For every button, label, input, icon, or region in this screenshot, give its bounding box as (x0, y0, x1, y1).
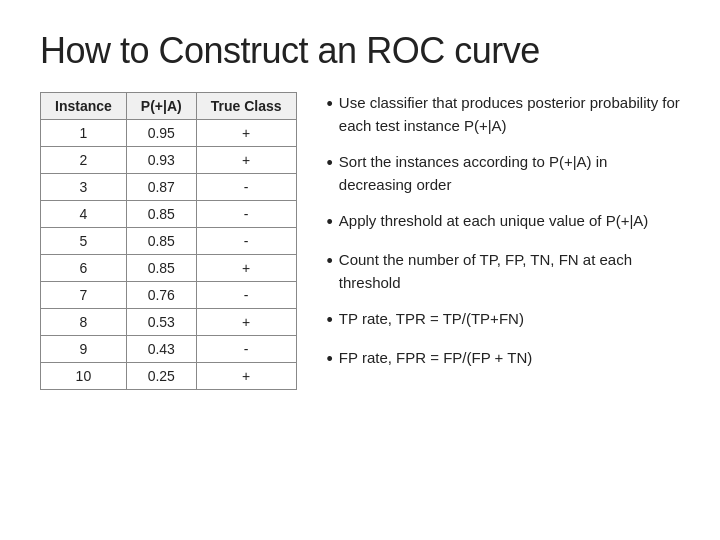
table-cell: - (196, 282, 296, 309)
table-cell: + (196, 147, 296, 174)
bullet-text: Sort the instances according to P(+|A) i… (339, 151, 680, 196)
bullet-text: Count the number of TP, FP, TN, FN at ea… (339, 249, 680, 294)
bullet-item: •Count the number of TP, FP, TN, FN at e… (327, 249, 680, 294)
bullet-dot-icon: • (327, 249, 333, 274)
table-cell: - (196, 336, 296, 363)
table-cell: - (196, 228, 296, 255)
bullet-text: Use classifier that produces posterior p… (339, 92, 680, 137)
bullet-item: •TP rate, TPR = TP/(TP+FN) (327, 308, 680, 333)
bullet-item: •Sort the instances according to P(+|A) … (327, 151, 680, 196)
col-header-instance: Instance (41, 93, 127, 120)
bullet-item: •Use classifier that produces posterior … (327, 92, 680, 137)
bullets-section: •Use classifier that produces posterior … (327, 92, 680, 387)
table-cell: 0.25 (126, 363, 196, 390)
table-cell: 8 (41, 309, 127, 336)
table-cell: 2 (41, 147, 127, 174)
table-cell: + (196, 255, 296, 282)
bullet-dot-icon: • (327, 151, 333, 176)
bullet-dot-icon: • (327, 92, 333, 117)
col-header-class: True Class (196, 93, 296, 120)
table-cell: 0.85 (126, 201, 196, 228)
table-cell: 9 (41, 336, 127, 363)
table-cell: + (196, 309, 296, 336)
roc-table: Instance P(+|A) True Class 10.95+20.93+3… (40, 92, 297, 390)
table-cell: + (196, 120, 296, 147)
table-cell: 7 (41, 282, 127, 309)
table-cell: 4 (41, 201, 127, 228)
table-cell: - (196, 201, 296, 228)
bullet-text: Apply threshold at each unique value of … (339, 210, 680, 233)
bullet-dot-icon: • (327, 347, 333, 372)
bullet-text: TP rate, TPR = TP/(TP+FN) (339, 308, 680, 331)
table-cell: 6 (41, 255, 127, 282)
table-cell: 0.87 (126, 174, 196, 201)
bullet-item: •FP rate, FPR = FP/(FP + TN) (327, 347, 680, 372)
table-cell: 5 (41, 228, 127, 255)
table-cell: 1 (41, 120, 127, 147)
bullet-dot-icon: • (327, 210, 333, 235)
table-cell: 0.85 (126, 228, 196, 255)
table-cell: - (196, 174, 296, 201)
table-cell: + (196, 363, 296, 390)
table-cell: 0.53 (126, 309, 196, 336)
page-title: How to Construct an ROC curve (40, 30, 680, 72)
bullet-text: FP rate, FPR = FP/(FP + TN) (339, 347, 680, 370)
col-header-prob: P(+|A) (126, 93, 196, 120)
table-cell: 3 (41, 174, 127, 201)
main-content: Instance P(+|A) True Class 10.95+20.93+3… (40, 92, 680, 390)
bullet-dot-icon: • (327, 308, 333, 333)
table-cell: 0.85 (126, 255, 196, 282)
table-cell: 10 (41, 363, 127, 390)
table-cell: 0.43 (126, 336, 196, 363)
data-table-section: Instance P(+|A) True Class 10.95+20.93+3… (40, 92, 297, 390)
bullet-item: •Apply threshold at each unique value of… (327, 210, 680, 235)
table-cell: 0.93 (126, 147, 196, 174)
table-cell: 0.76 (126, 282, 196, 309)
table-cell: 0.95 (126, 120, 196, 147)
